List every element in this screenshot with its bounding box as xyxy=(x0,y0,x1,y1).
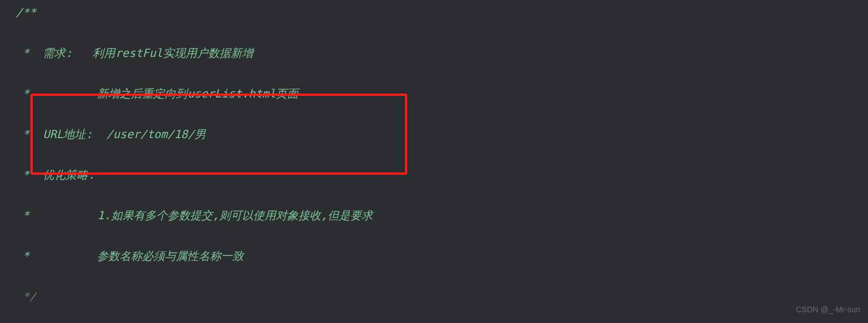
comment-close: */ xyxy=(16,290,36,303)
comment-line: * 参数名称必须与属性名称一致 xyxy=(16,249,244,263)
comment-line: * 1.如果有多个参数提交,则可以使用对象接收,但是要求 xyxy=(16,209,373,222)
code-editor[interactable]: /** * 需求: 利用restFul实现用户数据新增 * 新增之后重定向到us… xyxy=(0,0,868,323)
watermark: CSDN @_-Mr-sun xyxy=(796,299,860,320)
comment-open: /** xyxy=(16,6,36,19)
comment-line: * 需求: 利用restFul实现用户数据新增 xyxy=(16,46,253,60)
comment-line: * URL地址: /user/tom/18/男 xyxy=(16,127,206,141)
comment-line: * 优化策略: xyxy=(16,168,95,182)
comment-line: * 新增之后重定向到userList.html页面 xyxy=(16,87,298,100)
